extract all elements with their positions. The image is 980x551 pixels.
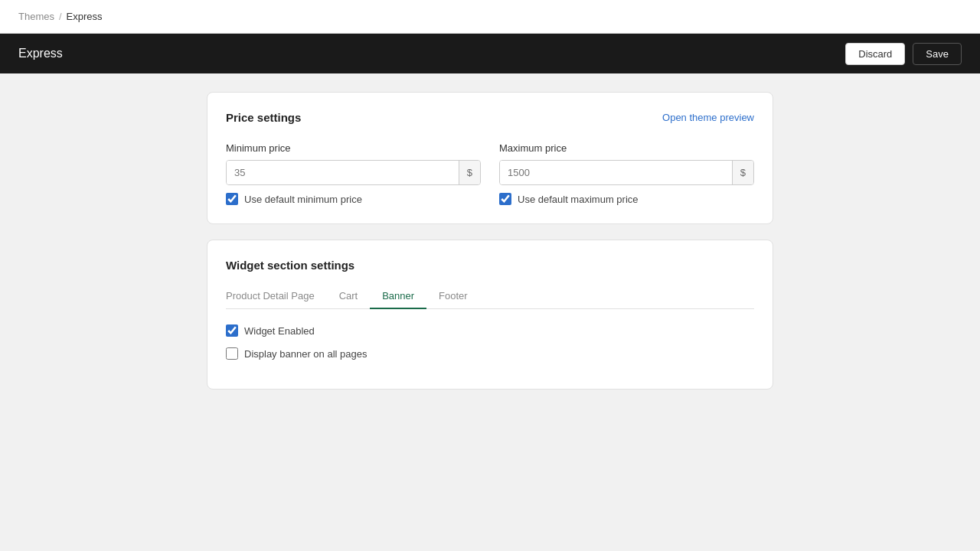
save-button[interactable]: Save — [913, 43, 962, 65]
min-price-label: Minimum price — [226, 142, 481, 154]
price-grid: Minimum price $ Use default minimum pric… — [226, 142, 754, 205]
max-price-section: Maximum price $ Use default maximum pric… — [499, 142, 754, 205]
widget-enabled-label[interactable]: Widget Enabled — [244, 325, 315, 337]
tab-cart[interactable]: Cart — [327, 284, 371, 309]
min-price-input-wrapper: $ — [226, 160, 481, 185]
price-settings-card: Price settings Open theme preview Minimu… — [207, 92, 773, 224]
tab-banner[interactable]: Banner — [370, 284, 426, 309]
min-price-input[interactable] — [227, 161, 459, 184]
min-price-suffix: $ — [459, 161, 480, 184]
tab-footer[interactable]: Footer — [426, 284, 480, 309]
min-default-checkbox[interactable] — [226, 193, 238, 205]
max-price-checkbox-row: Use default maximum price — [499, 193, 754, 205]
widget-enabled-checkbox[interactable] — [226, 324, 238, 337]
discard-button[interactable]: Discard — [845, 43, 905, 65]
widget-enabled-row: Widget Enabled — [226, 324, 754, 337]
price-settings-title: Price settings — [226, 111, 301, 124]
min-price-checkbox-row: Use default minimum price — [226, 193, 481, 205]
max-price-suffix: $ — [732, 161, 753, 184]
max-price-label: Maximum price — [499, 142, 754, 154]
min-price-section: Minimum price $ Use default minimum pric… — [226, 142, 481, 205]
min-default-label[interactable]: Use default minimum price — [244, 194, 362, 205]
breadcrumb-current: Express — [67, 11, 103, 22]
tab-content-banner: Widget Enabled Display banner on all pag… — [226, 324, 754, 360]
breadcrumb-themes[interactable]: Themes — [18, 11, 54, 22]
max-default-label[interactable]: Use default maximum price — [518, 194, 639, 205]
open-theme-preview-link[interactable]: Open theme preview — [662, 112, 754, 123]
widget-settings-title: Widget section settings — [226, 259, 754, 272]
widget-tabs: Product Detail Page Cart Banner Footer — [226, 284, 754, 309]
widget-settings-card: Widget section settings Product Detail P… — [207, 240, 773, 390]
display-banner-label[interactable]: Display banner on all pages — [244, 348, 367, 360]
breadcrumb-separator: / — [59, 11, 62, 22]
max-price-input-wrapper: $ — [499, 160, 754, 185]
main-content: Price settings Open theme preview Minimu… — [0, 73, 980, 408]
breadcrumb-bar: Themes / Express — [0, 0, 980, 34]
header-bar: Express Discard Save — [0, 34, 980, 73]
header-actions: Discard Save — [845, 43, 962, 65]
display-banner-checkbox[interactable] — [226, 347, 238, 360]
display-banner-row: Display banner on all pages — [226, 347, 754, 360]
tab-product-detail-page[interactable]: Product Detail Page — [226, 284, 327, 309]
price-settings-header: Price settings Open theme preview — [226, 111, 754, 124]
header-title: Express — [18, 47, 63, 60]
max-price-input[interactable] — [500, 161, 732, 184]
max-default-checkbox[interactable] — [499, 193, 511, 205]
